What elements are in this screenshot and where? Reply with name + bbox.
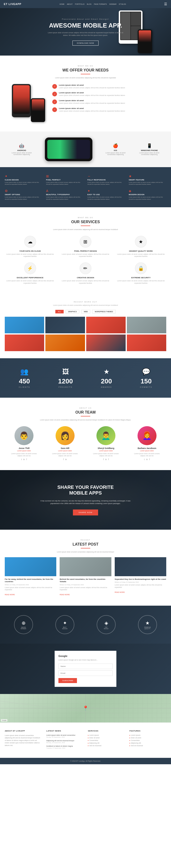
- footer-features-title: Features: [130, 730, 166, 732]
- share-section: SHARE YOUR FAVORITEMOBILE APPS It has su…: [0, 470, 171, 530]
- awards-number: 200: [101, 377, 112, 385]
- team-title: OUR TEAM: [5, 410, 166, 414]
- hero-cta-button[interactable]: Download Now: [73, 40, 98, 45]
- portfolio-item[interactable]: [86, 317, 126, 333]
- portfolio-item[interactable]: [127, 317, 166, 333]
- footer-feature-link-5[interactable]: ▸ Sed do eiusmod: [130, 745, 166, 747]
- portfolio-item[interactable]: [127, 335, 166, 351]
- filter-wordpress[interactable]: WORDPRESS THEMES: [92, 310, 116, 313]
- sara-desc: Lorem ipsum dolor sit amet consec adipis…: [50, 453, 81, 457]
- dark-feature-smart-feature: ★ SMART FEATURE Lorem ipsum dolor sit am…: [129, 174, 166, 185]
- smart-options-icon: ⚙: [5, 189, 42, 193]
- footer-feature-link-1[interactable]: ▸ Lorem ipsum: [130, 734, 166, 736]
- ios-icon: 🍎: [102, 143, 129, 148]
- navbar: ET LIVEAPP HOME ABOUT PORTFOLIO BLOG PAG…: [0, 0, 171, 8]
- platform-android-name: ANDROID: [8, 149, 35, 152]
- contact-name-input[interactable]: [58, 663, 113, 669]
- blog-readmore-2[interactable]: Read more: [60, 594, 69, 595]
- footer-service-link-1[interactable]: ▸ Lorem ipsum: [88, 734, 125, 736]
- team-member-jesse: 👨 Jesse Thill Lorem ipsum dolor Lorem ip…: [8, 426, 39, 461]
- nav-blog[interactable]: BLOG: [87, 3, 91, 5]
- blog-post-3: Separated they live in Bookmarksgrove ri…: [115, 557, 166, 596]
- footer-about-text: Lorem ipsum dolor sit amet consectetur a…: [5, 734, 41, 747]
- blog-meta-2: Written on Friday, 25 September 2016: [60, 584, 111, 586]
- portfolio-item[interactable]: [5, 335, 44, 351]
- creative-icon: ✏: [80, 262, 91, 274]
- service-pixel: ⊞ PIXEL PERFECT DESIGN Lorem ipsum dolor…: [60, 236, 111, 258]
- share-title: SHARE YOUR FAVORITEMOBILE APPS: [5, 484, 166, 496]
- twitter-icon[interactable]: t: [21, 458, 22, 461]
- news-2-date: Monday, 26 September, 2016: [46, 742, 83, 743]
- jesse-socials: t in f: [8, 458, 39, 461]
- pixel-icon: ⊞: [80, 236, 91, 248]
- contact-email-input[interactable]: [58, 671, 113, 676]
- services-desc: Lorem ipsum dolor sit amet consectetur a…: [38, 228, 133, 231]
- footer-service-link-4[interactable]: ▸ Adipiscing elit: [88, 742, 125, 744]
- footer-service-link-5[interactable]: ▸ Sed do eiusmod: [88, 745, 125, 747]
- share-text: It has survived not only five centuries,…: [38, 499, 133, 505]
- blog-readmore-1[interactable]: Read more: [5, 594, 15, 595]
- dark-features-grid: ✦ CLEAN DESIGN Lorem ipsum dolor sit ame…: [5, 174, 166, 200]
- blog-excerpt-1: Lorem ipsum dolor sit amet consec adipis…: [5, 586, 56, 591]
- dark-feature-smart-options: ⚙ SMART OPTIONS Lorem ipsum dolor sit am…: [5, 189, 42, 200]
- linkedin-icon[interactable]: in: [146, 458, 148, 461]
- nav-sidebar[interactable]: SIDEBAR: [109, 3, 117, 5]
- facebook2-icon[interactable]: f: [108, 458, 109, 461]
- blog-title-3: Separated they live in Bookmarksgrove ri…: [115, 578, 166, 581]
- linkedin-icon[interactable]: in: [105, 458, 107, 461]
- dark-features-section: ✦ CLEAN DESIGN Lorem ipsum dolor sit ame…: [0, 167, 171, 208]
- portfolio-item[interactable]: [5, 317, 44, 333]
- footer-services-col: Services ▸ Lorem ipsum ▸ Dolor sit amet …: [88, 730, 125, 751]
- linkedin-icon[interactable]: in: [65, 458, 67, 461]
- facebook-icon[interactable]: f: [149, 458, 150, 461]
- barbara-socials: t in f: [132, 458, 163, 461]
- map-section: 📍 Google: [0, 694, 171, 722]
- nav-home[interactable]: HOME: [59, 3, 64, 5]
- filter-all[interactable]: ALL: [55, 310, 63, 313]
- windows-icon: 📱: [136, 143, 163, 148]
- barbara-name: Barbara Jacobson: [132, 447, 163, 450]
- nav-portfolio[interactable]: PORTFOLIO: [75, 3, 85, 5]
- hamburger-icon[interactable]: ☰: [164, 2, 167, 6]
- stat-clients: 👥 450 CLIENTS: [19, 368, 30, 388]
- footer-about-col: About ET LiveApp Lorem ipsum dolor sit a…: [5, 730, 41, 751]
- platform-ios-desc: Lorem ipsum dolor sit amet consectetur a…: [102, 152, 129, 155]
- blog-thumb-3: [115, 557, 166, 576]
- footer-feature-link-3[interactable]: ▸ Consectetur: [130, 740, 166, 741]
- map-marker: 📍: [83, 705, 89, 711]
- contact-form-box: Google Lorem ipsum Google ad to see it h…: [55, 651, 116, 687]
- twitter-icon[interactable]: t: [144, 458, 145, 461]
- offer-title: WE OFFER YOUR NEEDS: [5, 68, 166, 72]
- linkedin-icon[interactable]: in: [23, 458, 25, 461]
- contact-section: Google Lorem ipsum Google ad to see it h…: [0, 644, 171, 694]
- portfolio-item[interactable]: [45, 335, 85, 351]
- team-desc: Lorem ipsum dolor sit amet consectetur a…: [38, 419, 133, 422]
- share-button[interactable]: SHARE NOW: [73, 509, 98, 516]
- footer-service-link-3[interactable]: ▸ Consectetur: [88, 740, 125, 741]
- portfolio-item[interactable]: [86, 335, 126, 351]
- facebook-icon[interactable]: f: [103, 458, 104, 461]
- nav-page-formats[interactable]: PAGE FORMATS: [94, 3, 107, 5]
- footer-service-link-2[interactable]: ▸ Dolor sit amet: [88, 737, 125, 739]
- footer-feature-link-2[interactable]: ▸ Dolor sit amet: [130, 737, 166, 739]
- blog-readmore-3[interactable]: Read more: [115, 591, 125, 593]
- sara-role: Lorem ipsum dolor: [50, 450, 81, 452]
- blog-grid: Far far away, behind the word mountains,…: [5, 557, 166, 596]
- nav-about[interactable]: ABOUT: [67, 3, 73, 5]
- badge-4-icon: ★: [145, 620, 150, 626]
- blog-title: LATEST POST: [5, 542, 166, 547]
- nav-et-blog[interactable]: ET BLOG: [119, 3, 126, 5]
- contact-subscribe-button[interactable]: Subscribe: [58, 678, 77, 683]
- footer-news-col: Latest News Lorem ipsum dolor sit amet c…: [46, 730, 83, 751]
- cloud-icon: ☁: [24, 236, 36, 248]
- portfolio-item[interactable]: [45, 317, 85, 333]
- blog-title-2: Behind the word mountains, far from the …: [60, 578, 111, 583]
- filter-web[interactable]: WEB: [81, 310, 90, 313]
- stat-awards: ★ 200 AWARDS: [101, 368, 112, 388]
- footer-news-2: Adipiscing elit sed do eiusmod tempor Mo…: [46, 740, 83, 743]
- platform-phone-mockup: [42, 136, 95, 162]
- filter-graphics[interactable]: GRAPHICS: [65, 310, 80, 313]
- facebook-icon[interactable]: f: [26, 458, 27, 461]
- footer-feature-link-4[interactable]: ▸ Adipiscing elit: [130, 742, 166, 744]
- facebook-icon[interactable]: f: [63, 458, 64, 461]
